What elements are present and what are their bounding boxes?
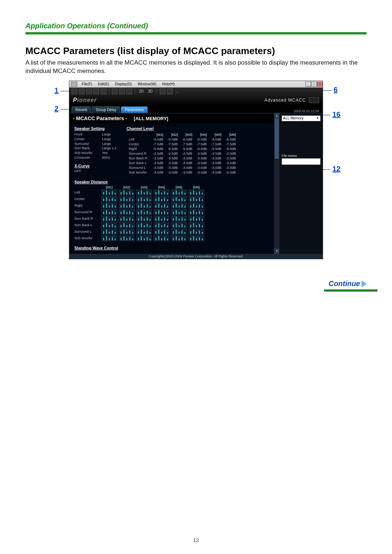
toolbar-3d-label[interactable]: 3D — [147, 89, 154, 93]
distance-mini-chart — [119, 235, 135, 241]
preview-icon[interactable] — [101, 89, 106, 94]
table-header: [M2] — [166, 132, 180, 137]
callout-16: 16 — [332, 110, 340, 119]
menu-file[interactable]: File(F) — [79, 82, 95, 86]
tab-parameters[interactable]: Parameters — [121, 106, 148, 113]
cell-value: -2.5dB — [224, 151, 238, 156]
menu-help[interactable]: Help(H) — [159, 82, 177, 86]
menu-edit[interactable]: Edit(E) — [95, 82, 112, 86]
setting-key: Surround — [74, 142, 97, 146]
paste-icon[interactable] — [126, 89, 132, 94]
distance-mini-chart — [188, 196, 204, 202]
maximize-button[interactable]: □ — [311, 82, 317, 87]
memory-select[interactable]: ALL Memory ▼ — [282, 115, 320, 121]
tab-reverb[interactable]: Reverb — [72, 106, 91, 113]
speaker-distance-row: Right — [74, 202, 269, 209]
distance-mini-chart — [119, 190, 135, 195]
file-memo-input[interactable] — [282, 158, 320, 165]
distance-mini-chart — [136, 216, 152, 221]
chevron-down-icon: ▼ — [316, 117, 319, 120]
channel-level-block: Channel Level [M1][M2][M3][M4][M5][M6]Le… — [127, 126, 238, 175]
distance-mini-chart — [188, 209, 204, 215]
table-row: Surr Back R-3.5dB-3.5dB-3.5dB-3.5dB-3.5d… — [127, 156, 238, 160]
speaker-distance-row: Surround L — [74, 228, 269, 235]
distance-mini-chart — [188, 190, 204, 195]
speaker-setting-row: Sub WooferYes — [74, 151, 117, 155]
cell-value: -5.5dB — [180, 146, 195, 151]
close-button[interactable]: × — [317, 82, 323, 87]
receive-icon[interactable] — [160, 89, 166, 94]
distance-mini-chart — [101, 216, 117, 221]
sd-col: [M6] — [188, 185, 205, 189]
scrollbar-thumb[interactable] — [275, 119, 279, 159]
cell-value: -7.5dB — [224, 142, 238, 146]
distance-mini-chart — [101, 196, 117, 202]
cell-value: -2.5dB — [151, 151, 166, 156]
scroll-up-icon[interactable]: ▲ — [274, 113, 279, 118]
continue-link[interactable]: Continue — [328, 280, 367, 288]
channel-level-table: [M1][M2][M3][M4][M5][M6]Left-6.0dB-6.0dB… — [127, 132, 238, 175]
distance-mini-chart — [171, 235, 187, 241]
scroll-down-icon[interactable]: ▼ — [274, 249, 279, 254]
cell-value: -3.5dB — [151, 156, 166, 160]
distance-mini-chart — [101, 203, 117, 208]
distance-mini-chart — [119, 209, 135, 215]
standing-wave-block: Standing Wave Control — [69, 243, 274, 252]
cell-value: -5.5dB — [151, 146, 166, 151]
cell-value: -3.5dB — [195, 156, 209, 160]
distance-mini-chart — [136, 235, 152, 241]
sd-col: [M1] — [101, 185, 118, 189]
setting-value: Large — [102, 137, 111, 142]
distance-mini-chart — [188, 203, 204, 208]
table-row: Surr Back L-3.5dB-3.5dB-3.5dB-3.5dB-3.5d… — [127, 160, 238, 165]
window-icon[interactable] — [167, 89, 173, 94]
graph-icon[interactable] — [86, 89, 92, 94]
toolbar-more[interactable]: ... — [174, 89, 180, 93]
cell-value: -6.0dB — [209, 137, 224, 142]
setting-value: Large x 2 — [102, 146, 117, 151]
toolbar-2d-label[interactable]: 2D — [138, 89, 145, 93]
distance-mini-chart — [171, 216, 187, 221]
distance-mini-chart — [171, 229, 187, 235]
sd-row-label: Right — [74, 203, 101, 207]
print-icon[interactable] — [93, 89, 99, 94]
minimize-button[interactable]: _ — [305, 82, 311, 87]
setting-value: Large — [102, 132, 111, 137]
setting-key: Surr Back — [74, 146, 97, 151]
distance-mini-chart — [136, 203, 152, 208]
cell-value: -3.0dB — [151, 165, 166, 170]
copy-icon[interactable] — [119, 89, 125, 94]
tab-group-delay[interactable]: Group Delay — [92, 106, 120, 113]
cell-value: -6.0dB — [224, 137, 238, 142]
memory-select-value: ALL Memory — [283, 116, 303, 120]
cell-value: -3.5dB — [224, 156, 238, 160]
speaker-distance-row: Center — [74, 196, 269, 202]
vertical-scrollbar[interactable]: ▲ ▼ — [274, 113, 279, 254]
callout-1: 1 — [54, 86, 58, 95]
pioneer-logo: Pioneer — [73, 97, 97, 103]
table-row: Sub Woofer-3.0dB-3.0dB-3.0dB-3.0dB-3.0dB… — [127, 170, 238, 175]
menu-display[interactable]: Display(D) — [112, 82, 135, 86]
cell-value: -3.0dB — [180, 170, 195, 175]
cell-value: -5.5dB — [195, 146, 209, 151]
table-row: Right-5.5dB-5.5dB-5.5dB-5.5dB-5.5dB-5.5d… — [127, 146, 238, 151]
row-label: Left — [127, 137, 151, 142]
sd-col: [M4] — [153, 185, 170, 189]
distance-mini-chart — [171, 196, 187, 202]
cell-value: -6.0dB — [180, 137, 195, 142]
distance-mini-chart — [119, 196, 135, 202]
distance-mini-chart — [136, 190, 152, 195]
save-icon[interactable] — [79, 89, 85, 94]
distance-mini-chart — [101, 190, 117, 195]
row-label: Right — [127, 146, 151, 151]
open-icon[interactable] — [72, 89, 77, 94]
table-row: Surround L-3.0dB-3.0dB-3.0dB-3.0dB-3.0dB… — [127, 165, 238, 170]
setting-key: Front — [74, 132, 97, 137]
cell-value: -3.0dB — [195, 170, 209, 175]
scrollbar-track[interactable] — [274, 159, 279, 249]
menu-window[interactable]: Window(W) — [135, 82, 159, 86]
cell-value: -3.0dB — [166, 165, 180, 170]
channel-level-heading: Channel Level — [127, 126, 238, 131]
speaker-distance-row: Surround R — [74, 209, 269, 215]
cut-icon[interactable] — [112, 89, 118, 94]
